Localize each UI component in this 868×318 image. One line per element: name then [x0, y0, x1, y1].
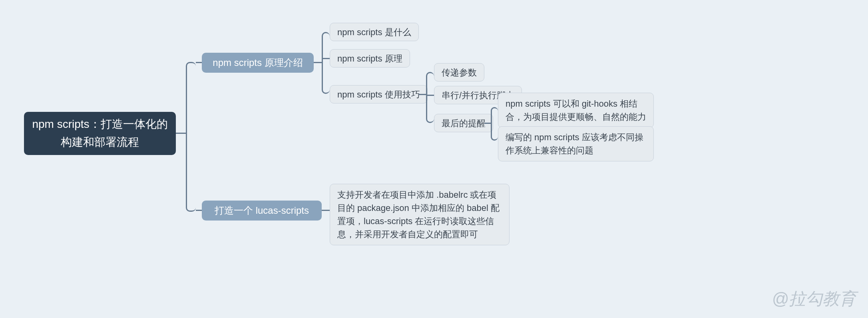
conn-b1-in [196, 62, 202, 63]
leaf-g1-text: 传递参数 [442, 66, 477, 79]
leaf-git-hooks: npm scripts 可以和 git-hooks 相结合，为项目提供更顺畅、自… [498, 93, 654, 128]
leaf-lucas-desc: 支持开发者在项目中添加 .babelrc 或在项目的 package.json … [330, 184, 510, 245]
branch-principles-label: npm scripts 原理介绍 [213, 56, 303, 70]
watermark-text: @拉勾教育 [772, 289, 856, 308]
leaf-npm-scripts-principle: npm scripts 原理 [330, 49, 410, 68]
leaf-os-compat: 编写的 npm scripts 应该考虑不同操作系统上兼容性的问题 [498, 126, 654, 161]
leaf-t1-text: npm scripts 可以和 git-hooks 相结合，为项目提供更顺畅、自… [506, 97, 646, 123]
conn-b1-mid [322, 58, 330, 59]
conn-root-out [176, 133, 186, 134]
root-label: npm scripts：打造一体化的构建和部署流程 [31, 115, 169, 151]
watermark: @拉勾教育 [772, 288, 856, 310]
leaf-npm-scripts-tips: npm scripts 使用技巧 [330, 85, 428, 103]
conn-b1-split [322, 32, 330, 94]
conn-b1-out [314, 62, 322, 63]
branch-principles: npm scripts 原理介绍 [202, 53, 314, 73]
leaf-g3-text: 最后的提醒 [442, 117, 486, 130]
leaf-pass-args: 传递参数 [434, 63, 484, 81]
leaf-t2-text: 编写的 npm scripts 应该考虑不同操作系统上兼容性的问题 [506, 131, 646, 157]
root-node: npm scripts：打造一体化的构建和部署流程 [24, 112, 176, 155]
conn-c3-out [419, 94, 426, 95]
conn-g3-out [484, 123, 491, 124]
conn-c3-mid [426, 95, 434, 96]
conn-b2-out [322, 210, 330, 211]
conn-b2-in [196, 210, 202, 211]
conn-c3-split [426, 72, 434, 123]
leaf-what-is-npm-scripts: npm scripts 是什么 [330, 23, 419, 41]
conn-g3-split [491, 107, 498, 141]
leaf-c2-text: npm scripts 原理 [337, 52, 402, 65]
conn-root-split [186, 62, 196, 212]
leaf-lucas-text: 支持开发者在项目中添加 .babelrc 或在项目的 package.json … [337, 188, 502, 241]
leaf-c1-text: npm scripts 是什么 [337, 26, 411, 39]
leaf-c3-text: npm scripts 使用技巧 [337, 88, 420, 101]
branch-lucas-label: 打造一个 lucas-scripts [215, 203, 309, 218]
branch-lucas-scripts: 打造一个 lucas-scripts [202, 201, 322, 221]
